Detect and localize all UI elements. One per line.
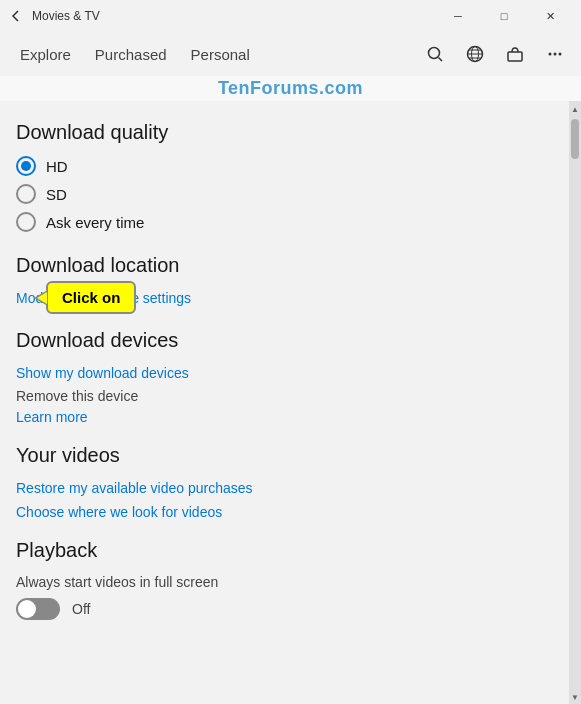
nav-personal[interactable]: Personal: [179, 32, 262, 76]
title-bar: Movies & TV ─ □ ✕: [0, 0, 581, 32]
click-on-tooltip: Click on: [46, 281, 136, 314]
playback-section: Playback Always start videos in full scr…: [16, 539, 553, 620]
quality-ask-label: Ask every time: [46, 214, 144, 231]
store-icon[interactable]: [497, 36, 533, 72]
quality-sd-option[interactable]: SD: [16, 184, 553, 204]
restore-purchases-link[interactable]: Restore my available video purchases: [16, 480, 253, 496]
fullscreen-toggle[interactable]: [16, 598, 60, 620]
content-wrapper: Download quality HD SD Ask every time Do…: [0, 101, 581, 704]
window-controls: ─ □ ✕: [435, 0, 573, 32]
quality-hd-radio[interactable]: [16, 156, 36, 176]
playback-heading: Playback: [16, 539, 553, 562]
svg-point-9: [554, 53, 557, 56]
download-devices-section: Download devices Show my download device…: [16, 329, 553, 426]
nav-icons: [417, 36, 573, 72]
nav-bar: Explore Purchased Personal: [0, 32, 581, 76]
scroll-up-arrow[interactable]: ▲: [569, 101, 581, 117]
scrollbar-thumb[interactable]: [571, 119, 579, 159]
svg-point-0: [429, 48, 440, 59]
back-button[interactable]: [8, 8, 24, 24]
remove-device-text: Remove this device: [16, 388, 553, 404]
storage-link-wrapper: Modify your storage settings Click on: [16, 289, 191, 307]
nav-purchased[interactable]: Purchased: [83, 32, 179, 76]
download-quality-heading: Download quality: [16, 121, 553, 144]
your-videos-heading: Your videos: [16, 444, 553, 467]
main-content: Download quality HD SD Ask every time Do…: [0, 101, 569, 704]
download-devices-heading: Download devices: [16, 329, 553, 352]
quality-hd-option[interactable]: HD: [16, 156, 553, 176]
scroll-down-arrow[interactable]: ▼: [569, 689, 581, 704]
app-title: Movies & TV: [32, 9, 435, 23]
scrollbar[interactable]: ▲ ▼: [569, 101, 581, 704]
more-icon[interactable]: [537, 36, 573, 72]
maximize-button[interactable]: □: [481, 0, 527, 32]
quality-hd-label: HD: [46, 158, 68, 175]
quality-radio-group: HD SD Ask every time: [16, 156, 553, 232]
svg-point-10: [559, 53, 562, 56]
choose-video-location-link[interactable]: Choose where we look for videos: [16, 504, 222, 520]
learn-more-link[interactable]: Learn more: [16, 409, 88, 425]
svg-point-8: [549, 53, 552, 56]
minimize-button[interactable]: ─: [435, 0, 481, 32]
toggle-knob: [18, 600, 36, 618]
globe-icon[interactable]: [457, 36, 493, 72]
fullscreen-toggle-row: Off: [16, 598, 553, 620]
toggle-state-label: Off: [72, 601, 90, 617]
svg-line-1: [439, 58, 443, 62]
download-location-heading: Download location: [16, 254, 553, 277]
fullscreen-description: Always start videos in full screen: [16, 574, 553, 590]
svg-rect-7: [508, 52, 522, 61]
quality-ask-radio[interactable]: [16, 212, 36, 232]
watermark: TenForums.com: [0, 76, 581, 101]
download-quality-section: Download quality HD SD Ask every time: [16, 121, 553, 232]
quality-ask-option[interactable]: Ask every time: [16, 212, 553, 232]
nav-explore[interactable]: Explore: [8, 32, 83, 76]
quality-sd-label: SD: [46, 186, 67, 203]
search-icon[interactable]: [417, 36, 453, 72]
your-videos-section: Your videos Restore my available video p…: [16, 444, 553, 521]
close-button[interactable]: ✕: [527, 0, 573, 32]
quality-sd-radio[interactable]: [16, 184, 36, 204]
show-devices-link[interactable]: Show my download devices: [16, 365, 189, 381]
download-location-section: Download location Modify your storage se…: [16, 254, 553, 307]
